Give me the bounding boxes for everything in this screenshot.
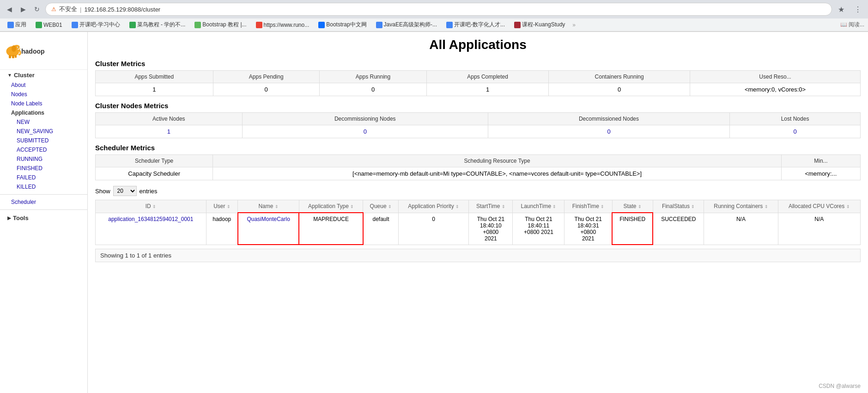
entries-select[interactable]: 10 20 25 50 100 xyxy=(113,186,137,196)
show-entries-row: Show 10 20 25 50 100 entries xyxy=(95,186,861,196)
showing-text: Showing 1 to 1 of 1 entries xyxy=(95,249,861,262)
nodes-decommissioning-link[interactable]: 0 xyxy=(364,128,367,135)
apps-header-queue[interactable]: Queue ⇕ xyxy=(363,200,399,213)
sidebar-item-new-saving[interactable]: NEW_SAVING xyxy=(0,127,87,136)
sidebar-new-saving-label: NEW_SAVING xyxy=(17,128,53,135)
sidebar-item-submitted[interactable]: SUBMITTED xyxy=(0,136,87,145)
cluster-metrics-submitted-val: 1 xyxy=(96,83,213,96)
sidebar-item-failed[interactable]: FAILED xyxy=(0,173,87,182)
cluster-metrics-table: Apps Submitted Apps Pending Apps Running… xyxy=(95,70,861,96)
sidebar-tools-label: Tools xyxy=(13,215,29,221)
app-priority-cell: 0 xyxy=(399,213,469,245)
scheduler-type-val: Capacity Scheduler xyxy=(96,167,213,180)
sidebar-item-accepted[interactable]: ACCEPTED xyxy=(0,145,87,154)
app-allocated-cpu-cell: N/A xyxy=(778,213,860,245)
hadoop-logo: hadoop xyxy=(0,36,87,70)
bookmark-javaee[interactable]: JavaEE高级架构师-... xyxy=(372,20,441,30)
cluster-metrics-title: Cluster Metrics xyxy=(95,60,861,68)
bookmark-kuangstudy[interactable]: 课程-KuangStudy xyxy=(510,20,569,30)
app-name-link[interactable]: QuasiMonteCarlo xyxy=(247,216,290,222)
apps-header-state[interactable]: State ⇕ xyxy=(612,200,653,213)
apps-header-starttime[interactable]: StartTime ⇕ xyxy=(469,200,513,213)
nodes-header-decommissioned: Decommissioned Nodes xyxy=(488,113,729,125)
sidebar-item-node-labels[interactable]: Node Labels xyxy=(0,99,87,108)
apps-header-finishtime[interactable]: FinishTime ⇕ xyxy=(565,200,612,213)
sidebar-cluster-header[interactable]: ▼ Cluster xyxy=(0,70,87,80)
nav-forward-button[interactable]: ▶ xyxy=(18,4,29,15)
address-bar[interactable]: ⚠ 不安全 | 192.168.25.129:8088/cluster xyxy=(45,3,832,16)
content-inner: All Applications Cluster Metrics Apps Su… xyxy=(88,32,868,268)
app-id-link[interactable]: application_1634812594012_0001 xyxy=(108,216,193,222)
sidebar-item-about[interactable]: About xyxy=(0,80,87,90)
sidebar-running-label: RUNNING xyxy=(17,156,42,162)
nodes-lost-link[interactable]: 0 xyxy=(793,128,796,135)
sidebar-item-applications[interactable]: Applications xyxy=(0,108,87,117)
svg-rect-6 xyxy=(9,55,11,58)
finalstatus-sort-icon: ⇕ xyxy=(691,204,695,209)
sidebar-item-killed[interactable]: KILLED xyxy=(0,182,87,191)
apps-header-name[interactable]: Name ⇕ xyxy=(238,200,299,213)
bookmark-apps[interactable]: 应用 xyxy=(4,20,30,30)
apps-header-finalstatus[interactable]: FinalStatus ⇕ xyxy=(653,200,704,213)
apps-header-app-type[interactable]: Application Type ⇕ xyxy=(299,200,363,213)
scheduling-resource-header: Scheduling Resource Type xyxy=(213,155,781,167)
bookmarks-overflow[interactable]: » xyxy=(572,22,576,28)
apps-header-launchtime[interactable]: LaunchTime ⇕ xyxy=(513,200,565,213)
entries-label: entries xyxy=(140,188,158,195)
sidebar-item-running[interactable]: RUNNING xyxy=(0,154,87,164)
apps-header-user[interactable]: User ⇕ xyxy=(206,200,238,213)
nav-back-button[interactable]: ◀ xyxy=(4,4,15,15)
app-launchtime-cell: Thu Oct 2118:40:11+0800 2021 xyxy=(513,213,565,245)
bookmark-bootstrap-tutorial[interactable]: Bootstrap 教程 |... xyxy=(191,20,250,30)
sidebar-tools-header[interactable]: ▶ Tools xyxy=(0,213,87,223)
sidebar-accepted-label: ACCEPTED xyxy=(17,147,47,153)
nodes-active-val: 1 xyxy=(96,125,243,138)
reading-mode-button[interactable]: 📖 阅读... xyxy=(840,21,864,29)
sidebar-tools-section: ▶ Tools xyxy=(0,213,87,223)
bookmark-web01[interactable]: WEB01 xyxy=(32,21,66,29)
table-row: application_1634812594012_0001 hadoop Qu… xyxy=(96,213,861,245)
bookmark-bootstrapcn-label: Bootstrap中文网 xyxy=(326,21,366,29)
browser-nav-bar: ◀ ▶ ↻ ⚠ 不安全 | 192.168.25.129:8088/cluste… xyxy=(0,0,868,18)
sidebar-item-finished[interactable]: FINISHED xyxy=(0,164,87,173)
svg-point-5 xyxy=(12,45,16,52)
sidebar-applications-label: Applications xyxy=(11,110,44,116)
sidebar-item-scheduler[interactable]: Scheduler xyxy=(0,197,87,207)
nodes-decommissioned-link[interactable]: 0 xyxy=(607,128,610,135)
svg-rect-8 xyxy=(15,55,17,58)
app-type-cell: MAPREDUCE xyxy=(299,213,363,245)
sidebar-nodes-label: Nodes xyxy=(11,91,27,98)
bookmark-apps-icon xyxy=(7,22,14,28)
bookmark-kaikeba[interactable]: 开课吧-学习中心 xyxy=(68,20,124,30)
cluster-nodes-row: 1 0 0 0 xyxy=(96,125,861,138)
browser-menu-button[interactable]: ⋮ xyxy=(851,3,864,16)
apps-header-priority[interactable]: Application Priority ⇕ xyxy=(399,200,469,213)
id-sort-icon: ⇕ xyxy=(152,204,156,209)
app-id-cell: application_1634812594012_0001 xyxy=(96,213,206,245)
bookmark-bootstrap-icon xyxy=(194,22,201,28)
svg-rect-7 xyxy=(12,55,14,58)
apps-header-running-containers[interactable]: Running Containers ⇕ xyxy=(704,200,778,213)
apptype-sort-icon: ⇕ xyxy=(350,204,354,209)
nodes-active-link[interactable]: 1 xyxy=(167,128,170,135)
apps-header-id[interactable]: ID ⇕ xyxy=(96,200,206,213)
browser-nav-icons: ★ ⋮ xyxy=(835,3,864,16)
bookmark-runo[interactable]: https://www.runo... xyxy=(252,21,313,29)
sidebar-killed-label: KILLED xyxy=(17,184,36,190)
sidebar-item-new[interactable]: NEW xyxy=(0,117,87,127)
nodes-header-active: Active Nodes xyxy=(96,113,243,125)
cluster-metrics-row: 1 0 0 1 0 <memory:0, vCores:0> xyxy=(96,83,861,96)
bookmark-cainiao[interactable]: 菜鸟教程 - 学的不... xyxy=(126,20,189,30)
state-sort-icon: ⇕ xyxy=(638,204,642,209)
bookmark-star-button[interactable]: ★ xyxy=(835,3,848,16)
scheduler-metrics-row: Capacity Scheduler [<name=memory-mb defa… xyxy=(96,167,861,180)
sidebar-item-nodes[interactable]: Nodes xyxy=(0,90,87,99)
sidebar-submitted-label: SUBMITTED xyxy=(17,137,49,144)
name-sort-icon: ⇕ xyxy=(275,204,279,209)
nav-reload-button[interactable]: ↻ xyxy=(31,4,42,15)
bookmark-bootstrap-cn[interactable]: Bootstrap中文网 xyxy=(315,20,370,30)
app-user-cell: hadoop xyxy=(206,213,238,245)
apps-header-allocated-cpu[interactable]: Allocated CPU VCores ⇕ xyxy=(778,200,860,213)
svg-point-4 xyxy=(18,47,18,48)
bookmark-kaikeba2[interactable]: 开课吧-数字化人才... xyxy=(443,20,509,30)
